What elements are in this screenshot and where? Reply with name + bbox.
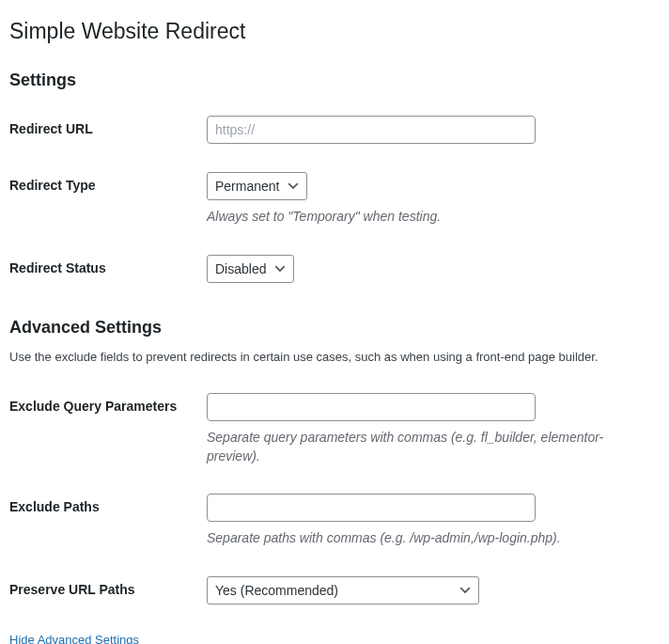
row-redirect-status: Redirect Status Disabled (9, 241, 660, 297)
exclude-paths-help: Separate paths with commas (e.g. /wp-adm… (207, 529, 650, 548)
exclude-query-input[interactable] (207, 393, 536, 421)
preserve-paths-select[interactable]: Yes (Recommended) (207, 576, 479, 605)
row-exclude-paths: Exclude Paths Separate paths with commas… (9, 479, 660, 562)
label-redirect-type: Redirect Type (9, 158, 197, 241)
redirect-type-help: Always set to "Temporary" when testing. (207, 208, 650, 227)
advanced-heading: Advanced Settings (9, 316, 660, 339)
page-title: Simple Website Redirect (9, 9, 660, 50)
settings-heading: Settings (9, 69, 660, 92)
row-preserve-paths: Preserve URL Paths Yes (Recommended) (9, 562, 660, 619)
row-redirect-type: Redirect Type Permanent Always set to "T… (9, 158, 660, 241)
row-redirect-url: Redirect URL (9, 102, 660, 158)
label-redirect-url: Redirect URL (9, 102, 197, 158)
advanced-description: Use the exclude fields to prevent redire… (9, 349, 660, 366)
advanced-table: Exclude Query Parameters Separate query … (9, 379, 660, 619)
settings-table: Redirect URL Redirect Type Permanent Alw… (9, 102, 660, 297)
redirect-type-select[interactable]: Permanent (207, 172, 307, 200)
exclude-query-help: Separate query parameters with commas (e… (207, 429, 650, 465)
redirect-url-input[interactable] (207, 116, 536, 144)
redirect-status-select[interactable]: Disabled (207, 255, 294, 283)
label-preserve-paths: Preserve URL Paths (9, 562, 197, 619)
row-exclude-query: Exclude Query Parameters Separate query … (9, 379, 660, 479)
label-redirect-status: Redirect Status (9, 241, 197, 297)
label-exclude-paths: Exclude Paths (9, 479, 197, 562)
label-exclude-query: Exclude Query Parameters (9, 379, 197, 479)
exclude-paths-input[interactable] (207, 494, 536, 522)
hide-advanced-link[interactable]: Hide Advanced Settings (9, 633, 139, 644)
